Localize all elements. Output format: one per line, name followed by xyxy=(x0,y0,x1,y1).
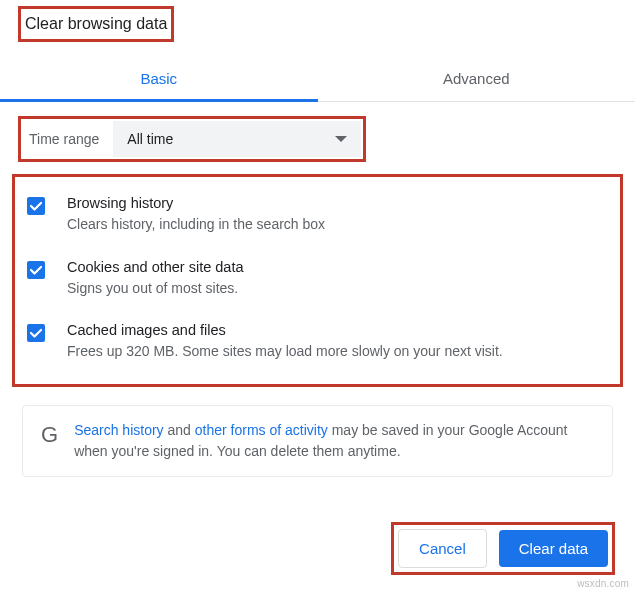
checkbox-cookies[interactable] xyxy=(27,261,45,279)
dialog-actions: Cancel Clear data xyxy=(391,522,615,575)
tab-advanced[interactable]: Advanced xyxy=(318,56,636,101)
option-desc: Signs you out of most sites. xyxy=(67,279,244,299)
check-icon xyxy=(29,263,43,277)
option-cache: Cached images and files Frees up 320 MB.… xyxy=(21,310,614,374)
option-cookies: Cookies and other site data Signs you ou… xyxy=(21,247,614,311)
google-logo-icon: G xyxy=(41,422,58,448)
tab-basic[interactable]: Basic xyxy=(0,56,318,101)
dialog-title: Clear browsing data xyxy=(18,6,174,42)
link-other-activity[interactable]: other forms of activity xyxy=(195,422,328,438)
watermark: wsxdn.com xyxy=(577,578,629,589)
info-text-mid: and xyxy=(164,422,195,438)
checkbox-cache[interactable] xyxy=(27,324,45,342)
option-title: Cookies and other site data xyxy=(67,259,244,275)
chevron-down-icon xyxy=(335,136,347,142)
time-range-select[interactable]: All time xyxy=(113,121,361,157)
check-icon xyxy=(29,199,43,213)
time-range-label: Time range xyxy=(23,131,113,147)
time-range-value: All time xyxy=(127,131,173,147)
option-browsing-history: Browsing history Clears history, includi… xyxy=(21,183,614,247)
option-desc: Clears history, including in the search … xyxy=(67,215,325,235)
option-title: Cached images and files xyxy=(67,322,503,338)
options-list: Browsing history Clears history, includi… xyxy=(12,174,623,387)
link-search-history[interactable]: Search history xyxy=(74,422,163,438)
google-account-info: G Search history and other forms of acti… xyxy=(22,405,613,477)
cancel-button[interactable]: Cancel xyxy=(398,529,487,568)
option-title: Browsing history xyxy=(67,195,325,211)
info-text: Search history and other forms of activi… xyxy=(74,420,594,462)
check-icon xyxy=(29,326,43,340)
clear-data-button[interactable]: Clear data xyxy=(499,530,608,567)
time-range-row: Time range All time xyxy=(18,116,366,162)
tabs: Basic Advanced xyxy=(0,56,635,102)
option-desc: Frees up 320 MB. Some sites may load mor… xyxy=(67,342,503,362)
checkbox-browsing-history[interactable] xyxy=(27,197,45,215)
